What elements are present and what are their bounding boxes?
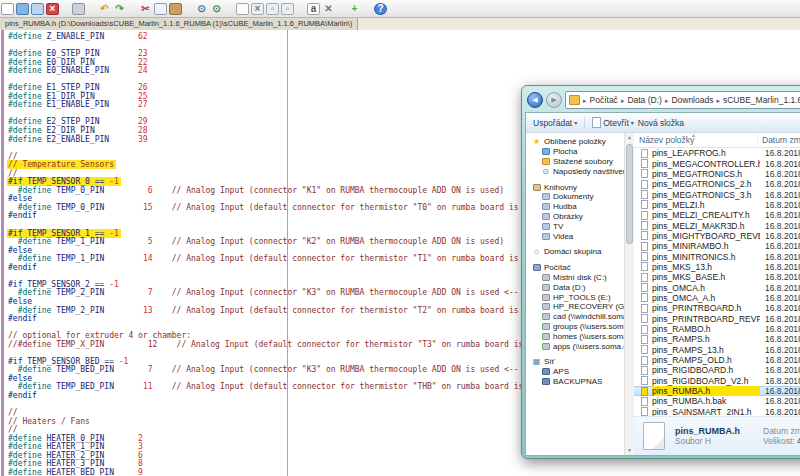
paste-icon[interactable]: [169, 3, 182, 15]
print-icon[interactable]: [72, 3, 85, 15]
sidebar-item-plocha[interactable]: Plocha: [526, 147, 624, 157]
file-row-pins-mks-base-h[interactable]: pins_MKS_BASE.h16.8.2018 13:57: [634, 272, 800, 282]
sidebar-item-naposledy-nav-t-ven[interactable]: ⊙Naposledy navštívené: [526, 166, 624, 176]
find-icon[interactable]: ⊙: [195, 3, 208, 15]
window-close-icon[interactable]: ×: [251, 3, 264, 15]
file-row-pins-ramps-old-h[interactable]: pins_RAMPS_OLD.h16.8.2018 13:57: [634, 355, 800, 365]
breadcrumb-segment[interactable]: Data (D:): [625, 95, 663, 105]
sidebar-item-data-d[interactable]: Data (D:): [526, 282, 624, 292]
sidebar-item-hp-recovery-g[interactable]: HP_RECOVERY (G:): [526, 302, 624, 312]
file-row-pins-melzi-makr3d-h[interactable]: pins_MELZI_MAKR3D.h16.8.2018 13:57: [634, 220, 800, 230]
sidebar-item-groups-users-soma-cz[interactable]: groups (\\users.soma.cz): [526, 322, 624, 332]
sidebar-item-knihovny[interactable]: Knihovny: [526, 182, 624, 192]
sidebar-item-dokumenty[interactable]: Dokumenty: [526, 192, 624, 202]
sidebar-item-tv[interactable]: TV: [526, 221, 624, 231]
sidebar-item-hudba[interactable]: Hudba: [526, 202, 624, 212]
organize-button[interactable]: Uspořádat ▾: [533, 118, 577, 128]
file-row-pins-minirambo-h[interactable]: pins_MINIRAMBO.h16.8.2018 13:57: [634, 241, 800, 251]
file-row-pins-omca-h[interactable]: pins_OMCA.h16.8.2018 13:57: [634, 282, 800, 292]
open-button[interactable]: Otevřít ▾: [592, 117, 634, 128]
file-row-pins-megacontroller-h[interactable]: pins_MEGACONTROLLER.h16.8.2018 13:57: [634, 158, 800, 168]
file-row-pins-megatronics-h[interactable]: pins_MEGATRONICS.h16.8.2018 13:57: [634, 169, 800, 179]
open-folder-icon[interactable]: [16, 3, 29, 15]
scrollbar-thumb[interactable]: [626, 144, 633, 244]
file-row-pins-rumba-h[interactable]: pins_RUMBA.h16.8.2018 13:57: [634, 386, 800, 396]
sidebar-item-label: APS: [553, 367, 569, 376]
scroll-down-icon[interactable]: ▼: [625, 446, 634, 455]
explorer-address-bar: ◀ ▶ ▸Počítač▸Data (D:)▸Downloads▸sCUBE_M…: [525, 89, 800, 112]
settings-tools-icon[interactable]: ✕: [322, 3, 335, 15]
undo-icon[interactable]: ↶: [98, 3, 111, 15]
file-row-pins-mks-13-h[interactable]: pins_MKS_13.h16.8.2018 13:57: [634, 262, 800, 272]
file-document-icon: [641, 407, 648, 416]
preview-icon[interactable]: a: [307, 3, 320, 15]
file-document-icon: [641, 231, 648, 240]
code-line[interactable]: #define Z_ENABLE_PIN 62: [8, 33, 774, 42]
breadcrumb-segment[interactable]: sCUBE_Marlin_1.1.6_RUMBA (1): [721, 95, 800, 105]
breadcrumb-separator-icon: ▸: [582, 97, 588, 104]
add-plugin-icon[interactable]: +: [348, 3, 361, 15]
find-replace-icon[interactable]: ⊙: [210, 3, 223, 15]
file-row-pins-ramps-h[interactable]: pins_RAMPS.h16.8.2018 13:57: [634, 334, 800, 344]
sidebar-item-aps[interactable]: APS: [526, 367, 624, 377]
sidebar-item-cad-windchill-soma-cz[interactable]: cad (\\windchill.soma.cz): [526, 312, 624, 322]
new-folder-button[interactable]: Nová složka: [638, 118, 684, 128]
new-project-icon[interactable]: [236, 3, 249, 15]
recent-places-icon: ⊙: [541, 167, 550, 176]
file-row-pins-minitronics-h[interactable]: pins_MINITRONICS.h16.8.2018 13:57: [634, 251, 800, 261]
new-file-icon[interactable]: [1, 3, 14, 15]
file-date-modified: 16.8.2018 13:57: [760, 241, 800, 251]
breadcrumb-segment[interactable]: Počítač: [588, 95, 620, 105]
file-row-pins-megatronics-3-h[interactable]: pins_MEGATRONICS_3.h16.8.2018 13:57: [634, 189, 800, 199]
sidebar-item-videa[interactable]: Videa: [526, 231, 624, 241]
file-row-pins-rambo-h[interactable]: pins_RAMBO.h16.8.2018 13:57: [634, 324, 800, 334]
sidebar-item-sta-en-soubory[interactable]: Stažené soubory: [526, 157, 624, 167]
sidebar-item-homes-users-soma-cz[interactable]: homes (\\users.soma.cz): [526, 331, 624, 341]
code-line[interactable]: #define HEATER_BED_PIN 9: [8, 469, 774, 476]
help-icon[interactable]: ?: [374, 3, 387, 15]
breadcrumb[interactable]: ▸Počítač▸Data (D:)▸Downloads▸sCUBE_Marli…: [565, 91, 800, 109]
file-row-pins-melzi-h[interactable]: pins_MELZI.h16.8.2018 13:57: [634, 200, 800, 210]
save-file-icon[interactable]: [31, 3, 44, 15]
sidebar-item-obl-ben-polo-ky[interactable]: ★Oblíbené položky: [526, 137, 624, 147]
window-tile-icon[interactable]: ▫: [266, 3, 279, 15]
file-date-modified: 16.8.2018 13:57: [760, 231, 800, 241]
sidebar-item-apps-users-soma-cz-z[interactable]: apps (\\users.soma.cz) (Z: [526, 341, 624, 351]
file-row-pins-mightyboard-reve-h[interactable]: pins_MIGHTYBOARD_REVE.h16.8.2018 13:57: [634, 231, 800, 241]
column-header-name[interactable]: Název položky: [634, 135, 758, 145]
sidebar-item-backupnas[interactable]: BACKUPNAS: [526, 377, 624, 387]
sidebar-item-obr-zky[interactable]: Obrázky: [526, 212, 624, 222]
back-button[interactable]: ◀: [527, 92, 543, 108]
window-cascade-icon[interactable]: ▫: [281, 3, 294, 15]
sidebar-item-hp-tools-e[interactable]: HP_TOOLS (E:): [526, 292, 624, 302]
chevron-down-icon: ▾: [574, 119, 577, 126]
code-line[interactable]: #define E0_ENABLE_PIN 24: [8, 67, 774, 76]
file-row-pins-rigidboard-h[interactable]: pins_RIGIDBOARD.h16.8.2018 13:57: [634, 365, 800, 375]
redo-icon[interactable]: ↷: [113, 3, 126, 15]
file-row-pins-melzi-creality-h[interactable]: pins_MELZI_CREALITY.h16.8.2018 13:57: [634, 210, 800, 220]
sidebar-item-dom-c-skupina[interactable]: ⌂Domácí skupina: [526, 247, 624, 257]
sidebar-item-po-ta[interactable]: Počítač: [526, 263, 624, 273]
close-file-icon[interactable]: ×: [46, 3, 59, 15]
file-row-pins-leapfrog-h[interactable]: pins_LEAPFROG.h16.8.2018 13:57: [634, 148, 800, 158]
navigation-pane: ★Oblíbené položkyPlochaStažené soubory⊙N…: [526, 133, 624, 455]
file-document-icon: [641, 200, 648, 209]
nav-scrollbar[interactable]: ▲ ▼: [624, 133, 634, 455]
file-row-pins-sainsmart-2in1-h[interactable]: pins_SAINSMART_2IN1.h16.8.2018 13:57: [634, 407, 800, 416]
cut-icon[interactable]: ✂: [139, 3, 152, 15]
file-row-pins-megatronics-2-h[interactable]: pins_MEGATRONICS_2.h16.8.2018 13:57: [634, 179, 800, 189]
forward-button[interactable]: ▶: [546, 92, 562, 108]
sidebar-item-m-stn-disk-c[interactable]: Místní disk (C:): [526, 273, 624, 283]
file-row-pins-omca-a-h[interactable]: pins_OMCA_A.h16.8.2018 13:57: [634, 293, 800, 303]
file-row-pins-printrboard-revf-h[interactable]: pins_PRINTRBOARD_REVF.h16.8.2018 13:57: [634, 314, 800, 324]
breadcrumb-segment[interactable]: Downloads: [669, 95, 715, 105]
file-row-pins-printrboard-h[interactable]: pins_PRINTRBOARD.h16.8.2018 13:57: [634, 303, 800, 313]
explorer-window[interactable]: ◀ ▶ ▸Počítač▸Data (D:)▸Downloads▸sCUBE_M…: [521, 85, 800, 459]
file-row-pins-rigidboard-v2-h[interactable]: pins_RIGIDBOARD_V2.h16.8.2018 13:57: [634, 376, 800, 386]
file-row-pins-ramps-13-h[interactable]: pins_RAMPS_13.h16.8.2018 13:57: [634, 345, 800, 355]
scroll-up-icon[interactable]: ▲: [625, 133, 634, 142]
file-row-pins-rumba-h-bak[interactable]: pins_RUMBA.h.bak16.8.2018 13:57: [634, 396, 800, 406]
copy-icon[interactable]: [154, 3, 167, 15]
column-header-date[interactable]: Datum změny: [758, 135, 800, 145]
sidebar-item-s[interactable]: ▦Síť: [526, 357, 624, 367]
